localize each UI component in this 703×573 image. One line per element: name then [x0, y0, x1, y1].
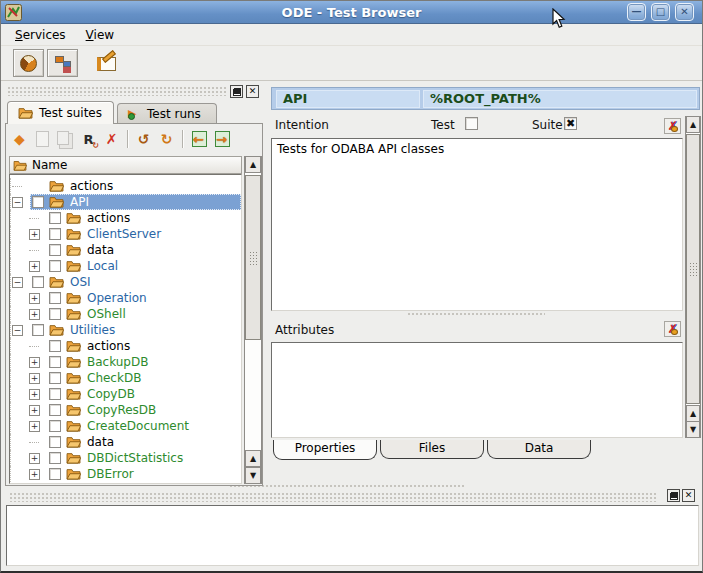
maximize-button[interactable]: □: [651, 3, 670, 21]
expander-plus-icon[interactable]: +: [29, 293, 40, 304]
expander-plus-icon[interactable]: +: [29, 421, 40, 432]
refresh-icon[interactable]: ↻: [156, 129, 177, 149]
clear-attributes-button[interactable]: ✗: [664, 321, 681, 337]
undo-icon[interactable]: ↺: [133, 129, 154, 149]
tree-scrollbar[interactable]: [244, 156, 262, 484]
root-path-field[interactable]: %ROOT_PATH%: [423, 90, 697, 108]
browser-view-button[interactable]: [13, 49, 44, 77]
tree-checkbox[interactable]: [49, 452, 61, 464]
tree-checkbox[interactable]: [49, 308, 61, 320]
bottom-dock-close-button[interactable]: [682, 489, 695, 502]
tree-checkbox[interactable]: [49, 260, 61, 272]
tree-row[interactable]: +CreateDocument: [10, 418, 241, 434]
expander-plus-icon[interactable]: +: [29, 357, 40, 368]
scroll-down-button[interactable]: [686, 421, 700, 438]
tree-column-header[interactable]: Name: [9, 156, 242, 174]
tree-checkbox[interactable]: [49, 404, 61, 416]
expander-plus-icon[interactable]: +: [29, 405, 40, 416]
expander-minus-icon[interactable]: −: [12, 325, 23, 336]
tree-row[interactable]: −OSI: [10, 274, 241, 290]
new-document-icon[interactable]: [32, 129, 53, 149]
menu-view[interactable]: View: [76, 26, 124, 44]
tab-test-suites[interactable]: Test suites: [7, 101, 114, 124]
new-entry-icon[interactable]: ◆: [9, 129, 30, 149]
expander-plus-icon[interactable]: +: [29, 469, 40, 480]
tree-checkbox[interactable]: [49, 388, 61, 400]
tree-checkbox[interactable]: [32, 196, 44, 208]
tree-row[interactable]: −API: [10, 194, 241, 210]
edit-document-button[interactable]: [89, 49, 120, 77]
left-dock-float-button[interactable]: [230, 85, 243, 98]
clear-intention-button[interactable]: ✗: [664, 118, 681, 134]
expander-minus-icon[interactable]: −: [12, 197, 23, 208]
tree-row[interactable]: +CopyDB: [10, 386, 241, 402]
suite-checkbox[interactable]: ✖: [564, 117, 577, 130]
tree-checkbox[interactable]: [49, 340, 61, 352]
expander-minus-icon[interactable]: −: [12, 277, 23, 288]
tree-checkbox[interactable]: [49, 420, 61, 432]
tab-test-runs[interactable]: ▶ Test runs: [117, 103, 217, 123]
tree-checkbox[interactable]: [49, 356, 61, 368]
close-button[interactable]: ✕: [675, 3, 694, 21]
tree-checkbox[interactable]: [49, 468, 61, 480]
attributes-textarea[interactable]: [271, 342, 683, 438]
tree-checkbox[interactable]: [49, 372, 61, 384]
scroll-up-button[interactable]: [686, 116, 700, 133]
rename-icon[interactable]: R: [78, 129, 99, 149]
scroll-up-button[interactable]: [686, 405, 700, 422]
export-icon[interactable]: →: [211, 129, 232, 149]
expander-plus-icon[interactable]: +: [29, 389, 40, 400]
left-dock-close-button[interactable]: [246, 85, 259, 98]
expander-plus-icon[interactable]: +: [29, 373, 40, 384]
bottom-splitter[interactable]: [229, 484, 465, 489]
tree-row[interactable]: +DBError: [10, 466, 241, 482]
tree-checkbox[interactable]: [49, 212, 61, 224]
tree-checkbox[interactable]: [49, 436, 61, 448]
tree-checkbox[interactable]: [49, 228, 61, 240]
tree-row[interactable]: +ClientServer: [10, 226, 241, 242]
bottom-dock-float-button[interactable]: [667, 489, 680, 502]
tree-row[interactable]: +DBDictStatistics: [10, 450, 241, 466]
tree-row[interactable]: −Utilities: [10, 322, 241, 338]
tab-properties[interactable]: Properties: [273, 440, 377, 460]
tree-checkbox[interactable]: [49, 292, 61, 304]
output-console[interactable]: [6, 505, 699, 566]
left-dock-handle[interactable]: [7, 86, 227, 96]
tree-row[interactable]: actions: [10, 178, 241, 194]
suite-name-field[interactable]: API: [276, 90, 420, 108]
tree-checkbox[interactable]: [49, 244, 61, 256]
scroll-down-button[interactable]: [245, 467, 261, 484]
minimize-button[interactable]: —: [627, 3, 646, 21]
delete-icon[interactable]: ✗: [101, 129, 122, 149]
tree-row[interactable]: +BackupDB: [10, 354, 241, 370]
tree-row[interactable]: actions: [10, 338, 241, 354]
tree-row[interactable]: +CheckDB: [10, 370, 241, 386]
scrollbar-thumb[interactable]: [686, 134, 700, 404]
right-panel-scrollbar[interactable]: [685, 116, 701, 438]
tree-row[interactable]: +CopyResDB: [10, 402, 241, 418]
test-checkbox[interactable]: [465, 117, 478, 130]
scroll-up-button[interactable]: [245, 450, 261, 467]
scrollbar-thumb[interactable]: [245, 175, 261, 340]
tab-data[interactable]: Data: [487, 440, 591, 459]
copy-icon[interactable]: [55, 129, 76, 149]
import-icon[interactable]: ←: [188, 129, 209, 149]
tree-row[interactable]: data: [10, 434, 241, 450]
expander-plus-icon[interactable]: +: [29, 261, 40, 272]
tab-files[interactable]: Files: [380, 440, 484, 459]
tree-checkbox[interactable]: [32, 276, 44, 288]
tree-row[interactable]: +OShell: [10, 306, 241, 322]
expander-plus-icon[interactable]: +: [29, 309, 40, 320]
hierarchy-view-button[interactable]: [47, 49, 78, 77]
tree-row[interactable]: data: [10, 242, 241, 258]
scroll-up-button[interactable]: [245, 156, 261, 173]
intention-textarea[interactable]: Tests for ODABA API classes: [271, 138, 683, 311]
expander-plus-icon[interactable]: +: [29, 229, 40, 240]
tree-row[interactable]: +Operation: [10, 290, 241, 306]
menu-services[interactable]: Services: [5, 26, 76, 44]
expander-plus-icon[interactable]: +: [29, 453, 40, 464]
bottom-dock-handle[interactable]: [9, 492, 657, 502]
tree-row[interactable]: actions: [10, 210, 241, 226]
right-panel-splitter[interactable]: [407, 312, 545, 317]
tree-row[interactable]: +Local: [10, 258, 241, 274]
